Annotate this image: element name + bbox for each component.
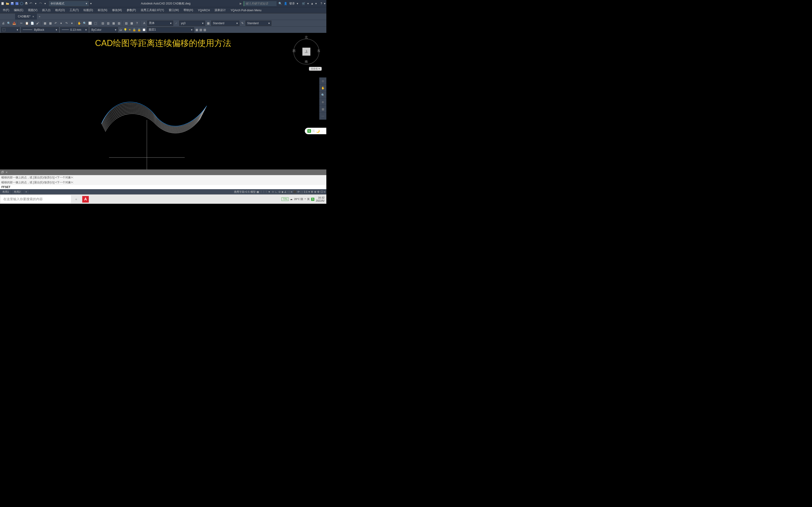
transparency-icon[interactable]: ⬛: [293, 190, 297, 193]
tray-date[interactable]: 2022/5/: [316, 199, 324, 202]
lightbulb-icon[interactable]: 💡: [123, 28, 127, 32]
snap-icon[interactable]: ⊹: [272, 190, 274, 193]
grid-icon[interactable]: ▦: [257, 190, 259, 193]
block2-icon[interactable]: ▦: [48, 21, 53, 25]
autocad-taskbar-icon[interactable]: A: [81, 194, 90, 204]
help-icon[interactable]: ?: [135, 21, 139, 25]
menu-yanxiu[interactable]: 燕秀工具箱2.87(Y): [139, 7, 166, 13]
menu-yqpull[interactable]: YQArch Pull-down Menu: [229, 8, 263, 13]
3dosnap-icon[interactable]: ⬚: [301, 190, 303, 193]
sogou-tray-icon[interactable]: S: [311, 198, 314, 201]
otrack-icon[interactable]: ⬚: [288, 190, 290, 193]
showmotion-icon[interactable]: ▦: [319, 106, 326, 113]
pan-icon[interactable]: ✋: [77, 21, 82, 25]
grid2-icon[interactable]: ⋮⋮⋮: [260, 190, 268, 193]
table-icon[interactable]: ▦: [206, 21, 210, 25]
zoomwin-icon[interactable]: ⬜: [88, 21, 92, 25]
menu-insert[interactable]: 插入(I): [40, 7, 52, 13]
sun-icon[interactable]: ☀: [129, 28, 131, 32]
redo-icon[interactable]: [39, 2, 42, 5]
task-view-icon[interactable]: ○: [71, 194, 81, 204]
help-icon[interactable]: ?: [320, 2, 322, 5]
ortho-icon[interactable]: ∟: [275, 190, 277, 193]
close-icon[interactable]: ×: [33, 15, 34, 18]
weather-label[interactable]: 28°C 阴: [294, 198, 303, 201]
layer-tool3-icon[interactable]: ▨: [203, 28, 206, 32]
save-icon[interactable]: [10, 2, 14, 5]
tray-lang[interactable]: 英: [307, 198, 310, 201]
undo-icon[interactable]: ↶: [53, 21, 58, 25]
undo-icon[interactable]: [29, 2, 33, 5]
menu-draw[interactable]: 绘图(D): [82, 7, 95, 13]
login-label[interactable]: 登录: [289, 2, 295, 6]
web-icon[interactable]: [20, 2, 23, 5]
layer-tool-icon[interactable]: ▦: [196, 28, 198, 32]
lineweight-icon[interactable]: ≡: [291, 190, 292, 193]
new-icon[interactable]: [1, 2, 5, 5]
ime-indicator[interactable]: S 英 🌙 ，: [305, 128, 326, 134]
annoscale-label[interactable]: 1:1: [304, 190, 307, 193]
command-input[interactable]: FFSET: [0, 185, 326, 189]
block-icon[interactable]: ▦: [43, 21, 47, 25]
chevron-down-icon[interactable]: ▾: [308, 190, 310, 193]
zoomprev-icon[interactable]: ⬚: [93, 21, 98, 25]
workspace-icon[interactable]: ⚙: [317, 190, 319, 193]
tablestyle-selector[interactable]: Standard▾: [246, 21, 271, 26]
textstyle-icon[interactable]: A: [142, 21, 147, 25]
menu-modify[interactable]: 修改(M): [110, 7, 124, 13]
dropdown-icon[interactable]: ▾: [34, 2, 38, 5]
add-tab-button[interactable]: +: [37, 14, 42, 19]
close-icon[interactable]: ×: [6, 170, 7, 174]
zoom-icon[interactable]: 🔍: [82, 21, 87, 25]
drawing-area[interactable]: CAD绘图等距离连续偏移的使用方法 上 北 西 东 南 未命名 ▾ ◎ ✋: [0, 33, 326, 169]
dropdown-icon[interactable]: ▾: [69, 21, 74, 25]
qselect-icon[interactable]: ▩: [129, 21, 134, 25]
menu-yqarch[interactable]: YQARCH: [196, 8, 212, 13]
plot-icon[interactable]: 🔓: [138, 28, 141, 32]
battery-indicator[interactable]: 73%: [282, 198, 289, 201]
menu-tools[interactable]: 工具(T): [68, 7, 81, 13]
dropdown-icon[interactable]: ▾: [43, 2, 47, 5]
preview-icon[interactable]: 🔍: [6, 21, 11, 25]
print-icon[interactable]: [24, 2, 28, 5]
layout-tab[interactable]: 布局2: [11, 189, 23, 194]
windows-search-input[interactable]: 在这里输入你要搜索的内容: [0, 195, 71, 203]
autodesk-icon[interactable]: ▲: [311, 2, 313, 5]
layer-selector[interactable]: 图层1▾: [147, 27, 194, 33]
textstyle-selector[interactable]: yq3▾: [179, 21, 205, 26]
cut-icon[interactable]: ✂: [19, 21, 24, 25]
menu-dimension[interactable]: 标注(N): [96, 7, 109, 13]
customize-icon[interactable]: ≡: [324, 190, 325, 193]
viewcube-north[interactable]: 北: [305, 35, 308, 40]
dimstyle-icon[interactable]: ⟋: [174, 21, 179, 25]
zoom-extents-icon[interactable]: 🔍: [319, 92, 326, 99]
annotation-icon[interactable]: ⊕: [314, 190, 316, 193]
workspace-selector[interactable]: ⚙ 经典模式 ▾: [49, 1, 89, 6]
mleader-icon[interactable]: ✎: [240, 21, 245, 25]
restore-icon[interactable]: 🗗: [1, 170, 4, 174]
lock-icon[interactable]: 🔓: [133, 28, 136, 32]
steering-wheel-icon[interactable]: ◎: [319, 77, 326, 84]
document-tab[interactable]: CAD教程* ×: [15, 14, 37, 19]
pan-icon[interactable]: ✋: [319, 84, 326, 92]
gear-icon[interactable]: ⚙: [311, 190, 313, 193]
match-icon[interactable]: 🖌: [35, 21, 40, 25]
iso-icon[interactable]: ◈: [282, 190, 283, 193]
binoculars-icon[interactable]: 🔍: [278, 2, 282, 5]
copy-icon[interactable]: 📋: [24, 21, 29, 25]
add-layout-button[interactable]: +: [23, 190, 30, 194]
menu-format[interactable]: 格式(O): [53, 7, 67, 13]
markup-icon[interactable]: ▨: [124, 21, 129, 25]
saveas-icon[interactable]: [15, 2, 19, 5]
sheet-icon[interactable]: ▥: [106, 21, 110, 25]
menu-edit[interactable]: 编辑(E): [12, 7, 25, 13]
menu-help[interactable]: 帮助(H): [182, 7, 195, 13]
user-icon[interactable]: 👤: [284, 2, 287, 5]
menu-yuanquan[interactable]: 源泉设计: [213, 7, 228, 13]
menu-window[interactable]: 窗口(W): [167, 7, 181, 13]
cycling-icon[interactable]: ⟳: [297, 190, 300, 193]
menu-file[interactable]: 件(F): [1, 7, 11, 13]
polar-icon[interactable]: ⊙: [278, 190, 281, 193]
viewcube-east[interactable]: 东: [317, 49, 320, 53]
status-yxheight[interactable]: 燕秀字高=2.5: [234, 190, 250, 194]
